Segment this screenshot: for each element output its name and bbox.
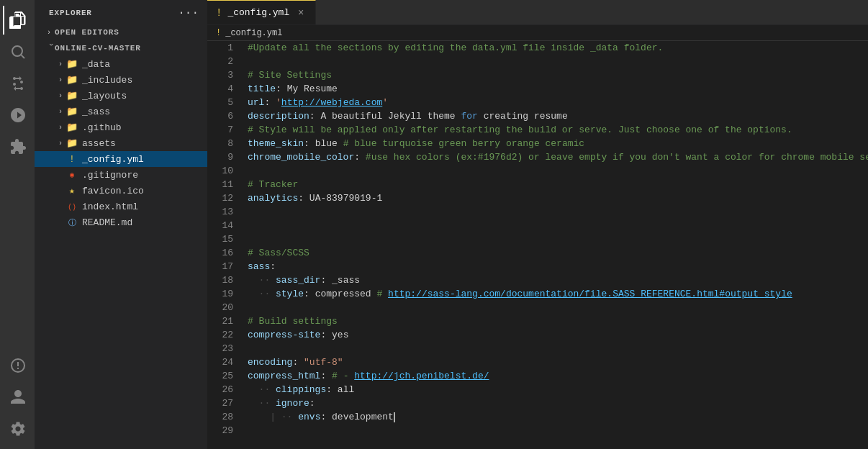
line-numbers: 12345 678910 1112131415 1617181920 21222… xyxy=(207,41,245,449)
code-line-23 xyxy=(248,342,868,355)
code-line-7: # Style will be applied only after resta… xyxy=(248,123,868,137)
svg-point-0 xyxy=(12,46,22,56)
includes-arrow: › xyxy=(55,74,66,86)
code-line-17: sass: xyxy=(248,260,868,273)
sidebar-item-data[interactable]: › 📁 _data xyxy=(35,56,207,72)
code-line-21: # Build settings xyxy=(248,314,868,328)
assets-label: assets xyxy=(82,138,116,149)
files-icon[interactable] xyxy=(3,6,32,35)
layouts-arrow: › xyxy=(55,90,66,101)
config-label: _config.yml xyxy=(82,154,144,165)
code-line-28: | ·· envs: development xyxy=(248,410,868,424)
sidebar-item-assets[interactable]: › 📁 assets xyxy=(35,135,207,151)
code-line-22: compress-site: yes xyxy=(248,328,868,342)
run-icon[interactable] xyxy=(3,101,32,130)
readme-label: README.md xyxy=(82,217,132,228)
code-line-5: url: 'http://webjeda.com' xyxy=(248,96,868,109)
folder-icon-includes: 📁 xyxy=(66,74,78,86)
gitignore-label: .gitignore xyxy=(82,170,138,181)
data-label: _data xyxy=(82,59,110,70)
project-label: Online-CV-Master xyxy=(55,44,141,53)
code-line-15 xyxy=(248,232,868,246)
yml-icon: ! xyxy=(66,153,78,165)
sidebar-actions: ··· xyxy=(178,7,199,19)
editor-area: ! _config.yml × ! _config.yml 12345 6789… xyxy=(207,0,868,449)
source-control-icon[interactable] xyxy=(3,69,32,98)
readme-icon: ⓘ xyxy=(66,217,78,228)
layouts-label: _layouts xyxy=(82,91,127,101)
sidebar-title: Explorer xyxy=(49,9,92,17)
code-line-11: # Tracker xyxy=(248,178,868,191)
folder-icon-github: 📁 xyxy=(66,122,78,133)
folder-icon-layouts: 📁 xyxy=(66,90,78,101)
sidebar-item-index[interactable]: › ⟨⟩ index.html xyxy=(35,199,207,214)
sidebar-item-config[interactable]: › ! _config.yml xyxy=(35,151,207,167)
sidebar-item-github[interactable]: › 📁 .github xyxy=(35,119,207,135)
sidebar-item-sass[interactable]: › 📁 _sass xyxy=(35,104,207,119)
activity-bar xyxy=(0,0,35,449)
project-arrow: › xyxy=(43,42,55,54)
code-line-25: compress_html: # - http://jch.penibelst.… xyxy=(248,369,868,383)
editor-content: 12345 678910 1112131415 1617181920 21222… xyxy=(207,41,868,449)
code-line-27: ·· ignore: xyxy=(248,396,868,410)
favicon-icon: ★ xyxy=(66,185,78,196)
github-arrow: › xyxy=(55,122,66,133)
open-editors-arrow: › xyxy=(43,27,55,38)
breadcrumb-warn-icon: ! xyxy=(216,28,221,38)
code-line-9: chrome_mobile_color: #use hex colors (ex… xyxy=(248,150,868,164)
code-line-14 xyxy=(248,219,868,232)
sidebar-item-favicon[interactable]: › ★ favicon.ico xyxy=(35,183,207,199)
code-line-13 xyxy=(248,205,868,219)
code-line-19: ·· style: compressed # http://sass-lang.… xyxy=(248,287,868,301)
code-line-4: title: My Resume xyxy=(248,82,868,96)
code-line-29 xyxy=(248,424,868,437)
code-line-2 xyxy=(248,55,868,68)
index-label: index.html xyxy=(82,201,138,212)
breadcrumb-filename: _config.yml xyxy=(225,28,282,38)
tab-bar: ! _config.yml × xyxy=(207,0,868,25)
gitignore-icon: ◉ xyxy=(66,169,78,181)
open-editors-label: Open Editors xyxy=(55,28,119,37)
folder-icon-sass: 📁 xyxy=(66,106,78,117)
svg-line-1 xyxy=(22,55,24,58)
code-line-3: # Site Settings xyxy=(248,68,868,82)
folder-icon: 📁 xyxy=(66,58,78,70)
open-editors-section[interactable]: › Open Editors xyxy=(35,24,207,40)
tab-label: _config.yml xyxy=(227,7,289,18)
sass-arrow: › xyxy=(55,106,66,117)
assets-arrow: › xyxy=(55,137,66,149)
code-area[interactable]: #Update all the sections by editing the … xyxy=(245,41,868,449)
html-icon: ⟨⟩ xyxy=(66,201,78,212)
folder-icon-assets: 📁 xyxy=(66,137,78,149)
sidebar-header: Explorer ··· xyxy=(35,0,207,24)
code-line-1: #Update all the sections by editing the … xyxy=(248,41,868,55)
github-label: .github xyxy=(82,122,122,133)
code-line-26: ·· clippings: all xyxy=(248,383,868,396)
tab-config[interactable]: ! _config.yml × xyxy=(207,0,316,24)
account-icon[interactable] xyxy=(3,383,32,412)
remote-icon[interactable] xyxy=(3,351,32,380)
project-section[interactable]: › Online-CV-Master xyxy=(35,40,207,56)
code-line-8: theme_skin: blue # blue turquoise green … xyxy=(248,137,868,150)
code-line-6: description: A beautiful Jekyll theme fo… xyxy=(248,109,868,123)
includes-label: _includes xyxy=(82,75,132,86)
code-line-24: encoding: "utf-8" xyxy=(248,355,868,369)
search-icon[interactable] xyxy=(3,37,32,66)
sass-label: _sass xyxy=(82,106,110,117)
code-line-12: analytics: UA-83979019-1 xyxy=(248,191,868,205)
tab-warn-icon: ! xyxy=(216,7,222,19)
sidebar-item-layouts[interactable]: › 📁 _layouts xyxy=(35,88,207,104)
more-button[interactable]: ··· xyxy=(178,7,199,19)
sidebar: Explorer ··· › Open Editors › Online-CV-… xyxy=(35,0,207,449)
settings-icon[interactable] xyxy=(3,414,32,443)
sidebar-item-readme[interactable]: › ⓘ README.md xyxy=(35,214,207,230)
data-arrow: › xyxy=(55,58,66,70)
tab-close-button[interactable]: × xyxy=(295,7,307,19)
code-line-20 xyxy=(248,301,868,314)
breadcrumb: ! _config.yml xyxy=(207,25,868,41)
extensions-icon[interactable] xyxy=(3,132,32,161)
sidebar-item-gitignore[interactable]: › ◉ .gitignore xyxy=(35,167,207,183)
code-line-18: ·· sass_dir: _sass xyxy=(248,273,868,287)
code-line-16: # Sass/SCSS xyxy=(248,246,868,260)
sidebar-item-includes[interactable]: › 📁 _includes xyxy=(35,72,207,88)
